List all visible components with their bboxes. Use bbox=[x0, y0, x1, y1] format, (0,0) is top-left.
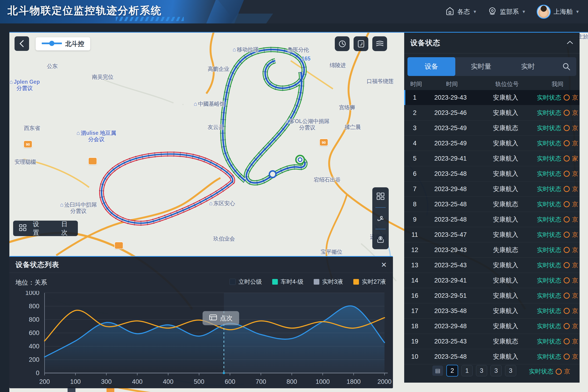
status-ring-icon bbox=[564, 171, 570, 177]
status-mark: 京 bbox=[572, 307, 578, 315]
nav-menu-home[interactable]: 各态 ▼ bbox=[445, 6, 477, 17]
row-device-name: 安康航入 bbox=[476, 215, 536, 224]
table-row[interactable]: 42023-25-49安康航入实时状态京 bbox=[404, 136, 580, 151]
tab-device[interactable]: 设备 bbox=[408, 57, 455, 76]
tab-realtime[interactable]: 实时 bbox=[507, 57, 549, 76]
legend-swatch bbox=[314, 279, 319, 284]
table-row[interactable]: 172023-35-48安康航入实时状态京 bbox=[404, 304, 580, 318]
row-index: 1 bbox=[404, 94, 425, 101]
row-index: 7 bbox=[404, 186, 425, 193]
row-date: 2023-35-48 bbox=[425, 307, 476, 315]
grid-tool-button[interactable] bbox=[376, 192, 385, 202]
table-row[interactable]: 192023-25-43安康航态实时状态京 bbox=[404, 334, 580, 349]
table-row[interactable]: 62023-25-48安康航入实时状态京 bbox=[404, 166, 580, 182]
status-ring-icon bbox=[564, 125, 570, 131]
col-header: 轨位位号 bbox=[477, 80, 537, 88]
row-device-name: 安康航入 bbox=[476, 170, 536, 178]
status-text: 实时状态 bbox=[537, 352, 561, 361]
table-row[interactable]: 102023-25-48安康航入实时状态京 bbox=[404, 349, 580, 364]
chevron-up-icon[interactable] bbox=[566, 40, 574, 46]
row-device-name: 安康航态 bbox=[476, 124, 536, 132]
tab-realtime-volume[interactable]: 实时量 bbox=[455, 57, 507, 76]
legend-item[interactable]: 车时4-级 bbox=[272, 278, 304, 286]
status-ring-icon bbox=[564, 110, 570, 116]
table-row[interactable]: 72023-29-48安康航入实时状态京 bbox=[404, 182, 580, 197]
table-row[interactable]: 22023-25-46安康航入实时状态京 bbox=[404, 105, 580, 120]
page-button-3[interactable]: 3 bbox=[490, 365, 502, 376]
svg-text:800: 800 bbox=[29, 303, 40, 310]
legend-label: 车时4-级 bbox=[281, 278, 304, 286]
chart-tooltip[interactable]: 点次 bbox=[202, 311, 239, 325]
svg-text:800: 800 bbox=[286, 378, 297, 385]
settings-mode-button[interactable]: 设置 bbox=[33, 220, 44, 237]
svg-text:800: 800 bbox=[29, 316, 40, 323]
row-index: 8 bbox=[404, 201, 425, 208]
history-clock-button[interactable] bbox=[335, 36, 350, 51]
legend-label: 实时3液 bbox=[322, 278, 343, 286]
table-row[interactable]: 92023-25-48安康航入实时状态京 bbox=[404, 212, 580, 227]
row-date: 2023-25-46 bbox=[425, 109, 476, 116]
status-ring-icon bbox=[564, 354, 570, 360]
nav-menu-monitor[interactable]: 监部系 ▼ bbox=[488, 6, 526, 17]
locate-tool-button[interactable] bbox=[376, 235, 385, 244]
legend-item[interactable]: 实时27液 bbox=[353, 278, 386, 286]
map-place-label: 安理聪榝 bbox=[14, 159, 36, 165]
row-index: 14 bbox=[404, 277, 425, 284]
page-button-3[interactable]: 3 bbox=[505, 365, 516, 376]
map-place-label: 揉㝉晨 bbox=[345, 124, 361, 130]
nav-menu-label: 各态 bbox=[458, 8, 470, 16]
status-mark: 京 bbox=[572, 261, 578, 270]
user-name: 上海舶 bbox=[554, 8, 572, 16]
route-tool-button[interactable] bbox=[376, 213, 385, 223]
back-button[interactable] bbox=[14, 36, 29, 51]
row-device-name: 安康航入 bbox=[476, 322, 536, 330]
table-row[interactable]: 142023-29-41安康航入实时状态京 bbox=[404, 273, 580, 288]
row-device-name: 安康航入 bbox=[476, 154, 536, 163]
close-icon[interactable]: ✕ bbox=[381, 261, 387, 269]
table-row[interactable]: 132023-25-43安康航入实时状态京 bbox=[404, 258, 580, 273]
legend-label: 立时公级 bbox=[238, 278, 262, 286]
map-place-label: 绵陵进 bbox=[330, 62, 346, 68]
page-button-3[interactable]: 3 bbox=[476, 365, 487, 376]
road-shield-icon: 90 bbox=[24, 140, 32, 148]
map-mode-control: 设置 日次 bbox=[13, 220, 78, 236]
col-header: 我间 bbox=[537, 80, 578, 88]
status-text: 实时状态 bbox=[537, 200, 561, 208]
table-row[interactable]: 182023-29-48安康航入实时状态京 bbox=[404, 318, 580, 334]
row-index: 13 bbox=[404, 262, 425, 269]
map-place-label: 宕绍石出谷 bbox=[314, 176, 341, 183]
table-row[interactable]: 52023-29-41安康航入实时状态家 bbox=[404, 151, 580, 166]
page-button-2[interactable]: 2 bbox=[446, 365, 458, 376]
table-row[interactable]: 162023-29-51安康航入实时状态京 bbox=[404, 288, 580, 304]
table-row[interactable]: 122023-29-43失康航态实时状态京 bbox=[404, 242, 580, 258]
map-place-label: 宝平衚位 bbox=[321, 249, 342, 255]
list-pages-icon[interactable]: ▤ bbox=[432, 366, 443, 376]
row-index: 5 bbox=[404, 155, 425, 162]
user-menu[interactable]: 上海舶 ▼ bbox=[537, 5, 580, 19]
status-mark: 家 bbox=[572, 154, 578, 163]
row-device-name: 安康航入 bbox=[476, 185, 536, 193]
legend-item[interactable]: 实时3液 bbox=[314, 278, 343, 286]
table-row[interactable]: 32023-25-49安康航态实时状态京 bbox=[404, 120, 580, 136]
map-place-label: ⌂Jplen Gep分雲议 bbox=[10, 78, 40, 92]
device-panel-tabs: 设备 实时量 实时 bbox=[408, 57, 576, 76]
page-button-1[interactable]: 1 bbox=[462, 365, 473, 376]
chart-subtitle: 地位：关系 bbox=[16, 278, 47, 287]
status-mark: 京 bbox=[572, 292, 578, 300]
road-shield-icon: 90 bbox=[319, 138, 328, 146]
table-row[interactable]: 112023-25-47安康航入实时状态京 bbox=[404, 227, 580, 242]
layers-button[interactable] bbox=[372, 36, 387, 51]
legend-item[interactable]: 立时公级 bbox=[230, 278, 262, 286]
svg-text:2000: 2000 bbox=[378, 378, 392, 385]
status-mark: 京 bbox=[572, 185, 578, 193]
nav-menu-label: 监部系 bbox=[500, 8, 519, 16]
table-row[interactable]: 82023-25-48安康航态实时状态京 bbox=[404, 197, 580, 212]
search-icon[interactable] bbox=[562, 62, 571, 72]
table-row[interactable]: 12023-29-43安康航入实时状态京 bbox=[404, 90, 580, 105]
row-index: 12 bbox=[404, 246, 425, 254]
day-mode-button[interactable]: 日次 bbox=[61, 220, 72, 237]
track-legend-pill[interactable]: 北斗控 bbox=[36, 37, 90, 50]
device-status-chart-panel: 设备状态列表 ✕ 地位：关系 立时公级车时4-级实时3液实时27液 100080… bbox=[10, 256, 393, 388]
map-place-label: ⌂移动拉瑾 bbox=[232, 46, 258, 53]
report-doc-button[interactable] bbox=[354, 36, 368, 51]
